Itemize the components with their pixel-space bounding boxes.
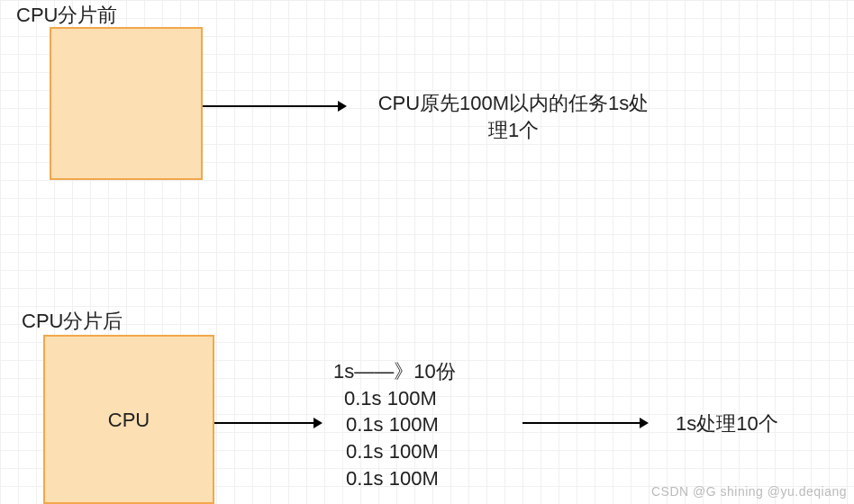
before-desc-line2: 理1个: [360, 117, 667, 144]
arrow-before: [203, 97, 347, 115]
slice-line-3: 0.1s 100M: [333, 411, 456, 438]
before-desc-line1: CPU原先100M以内的任务1s处: [360, 90, 667, 117]
svg-marker-3: [313, 418, 323, 428]
svg-marker-1: [338, 101, 347, 112]
section2-title: CPU分片后: [22, 308, 123, 335]
slice-line-4: 0.1s 100M: [333, 438, 456, 465]
time-slice-list: 1s——》10份 0.1s 100M 0.1s 100M 0.1s 100M 0…: [333, 358, 456, 491]
cpu-box-after-label: CPU: [45, 409, 213, 432]
slice-line-5: 0.1s 100M: [333, 465, 456, 492]
after-result: 1s处理10个: [676, 410, 778, 437]
arrow-after-2: [522, 414, 649, 432]
watermark: CSDN @G shining @yu.deqiang: [651, 484, 847, 499]
slice-line-1: 1s——》10份: [333, 358, 456, 385]
cpu-box-after: CPU: [43, 335, 214, 504]
arrow-after-1: [214, 414, 323, 432]
before-description: CPU原先100M以内的任务1s处 理1个: [360, 90, 667, 143]
slice-line-2: 0.1s 100M: [333, 385, 456, 412]
cpu-box-before: [50, 27, 203, 180]
section1-title: CPU分片前: [16, 2, 117, 29]
svg-marker-5: [640, 418, 649, 428]
